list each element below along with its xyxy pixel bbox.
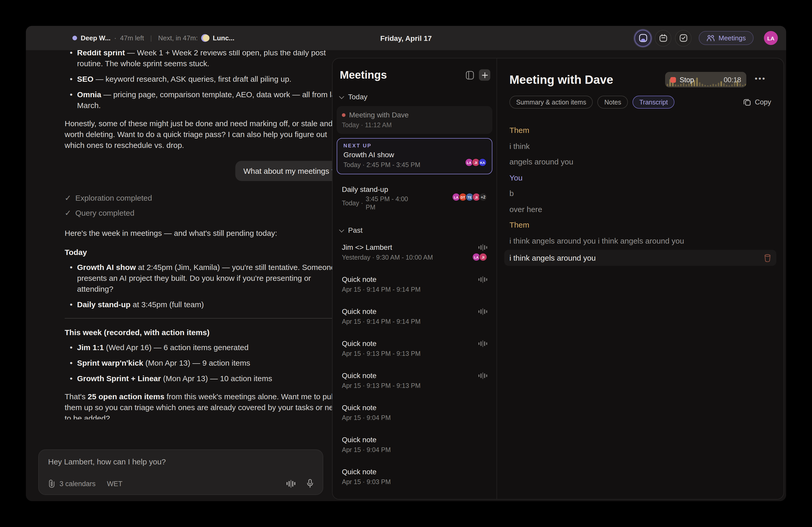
meetings-nav-label: Meetings xyxy=(719,34,746,42)
bullet-bold-text: Omnia xyxy=(77,90,101,99)
meeting-list-item[interactable]: Quick noteApr 15 · 9:14 PM - 9:14 PM xyxy=(337,272,492,297)
section-header-today[interactable]: Today xyxy=(340,92,489,101)
paragraph-pre: That's xyxy=(64,392,88,401)
meeting-item-title: Quick note xyxy=(342,307,487,316)
focus-label: Deep W... xyxy=(81,34,111,42)
app-window: Deep W... · 47m left | Next, in 47m: Lun… xyxy=(26,26,786,501)
recording-waveform-icon xyxy=(478,244,487,251)
mic-icon[interactable] xyxy=(307,479,314,488)
top-bar-actions: Meetings LA xyxy=(631,30,786,46)
user-avatar[interactable]: LA xyxy=(764,31,778,45)
meeting-list-item[interactable]: Quick noteApr 15 · 9:03 PM xyxy=(337,464,492,490)
meeting-list-item[interactable]: Daily stand-upToday ·3:45 PM - 4:00 PMLA… xyxy=(337,181,492,215)
transcript-active-text: i think angels around you xyxy=(509,253,596,262)
chat-bullet-text: Growth AI show at 2:45pm (Jim, Kamila) —… xyxy=(77,262,344,294)
recording-waveform-icon xyxy=(478,308,487,315)
status-label: Query completed xyxy=(75,207,134,218)
chat-bullet-item: •Jim 1:1 (Wed Apr 16) — 6 action items g… xyxy=(70,342,344,353)
meeting-list-item[interactable]: Quick noteApr 15 · 9:04 PM xyxy=(337,400,492,426)
checkbox-icon xyxy=(679,34,688,42)
trash-icon[interactable] xyxy=(764,254,771,262)
chat-input-card[interactable]: 3 calendars WET xyxy=(38,450,323,495)
tool-status-row[interactable]: ✓Query completed xyxy=(64,205,344,220)
divider: | xyxy=(150,34,152,42)
chat-bullet-text: Jim 1:1 (Wed Apr 16) — 6 action items ge… xyxy=(77,342,344,353)
meeting-list-item[interactable]: Meeting with DaveToday · 11:12 AM xyxy=(337,106,492,134)
copy-label: Copy xyxy=(755,98,771,106)
meeting-list-item[interactable]: NEXT UPGrowth AI showToday · 2:45 PM - 3… xyxy=(337,138,492,174)
transcript-active-line: i think angels around you xyxy=(504,250,776,266)
tab-summary-action-items[interactable]: Summary & action items xyxy=(509,96,593,108)
calendars-chip[interactable]: 3 calendars xyxy=(59,480,96,487)
meeting-item-title-text: Quick note xyxy=(342,371,377,380)
paragraph-bold: 25 open action items xyxy=(88,392,164,401)
meetings-list-panel: Meetings xyxy=(333,58,497,499)
chat-paragraph: Honestly, some of these might just be do… xyxy=(64,118,344,150)
chat-bullet-item: •SEO — keyword research, ASK queries, fi… xyxy=(70,73,344,84)
meeting-item-title: Quick note xyxy=(342,467,487,476)
meeting-item-title-text: Meeting with Dave xyxy=(349,111,409,119)
timezone-chip[interactable]: WET xyxy=(107,480,122,487)
avatar: JI xyxy=(479,253,487,261)
transcript-line: over here xyxy=(509,202,771,217)
transcript: Themi thinkangels around youYoubover her… xyxy=(509,122,771,266)
meeting-list-item[interactable]: Quick noteApr 15 · 9:03 PM xyxy=(337,496,492,499)
copy-button[interactable]: Copy xyxy=(743,98,771,106)
moon-icon xyxy=(201,34,209,42)
profile-button[interactable] xyxy=(635,30,651,46)
chat-bullet-item: •Sprint warp'n'kick (Mon Apr 13) — 9 act… xyxy=(70,357,344,368)
paperclip-icon[interactable] xyxy=(48,479,55,488)
meeting-list-item[interactable]: Quick noteApr 15 · 9:04 PM xyxy=(337,432,492,458)
meeting-item-subtitle: Apr 15 · 9:14 PM - 9:14 PM xyxy=(342,286,487,294)
meeting-item-title: Quick note xyxy=(342,275,487,284)
avatar: KA xyxy=(478,158,487,166)
user-message-bubble: What about my meetings ? xyxy=(235,161,344,181)
meeting-item-title: Daily stand-up xyxy=(342,185,487,194)
dictation-waveform-icon[interactable] xyxy=(287,480,295,487)
chat-bullet-item: •Daily stand-up at 3:45pm (full team) xyxy=(70,299,344,310)
transcript-speaker-them: Them xyxy=(509,122,771,138)
meetings-list-header: Meetings xyxy=(337,66,492,81)
focus-status[interactable]: Deep W... · 47m left | Next, in 47m: Lun… xyxy=(26,34,234,42)
tab-notes[interactable]: Notes xyxy=(598,96,628,108)
chat-heading: Today xyxy=(64,247,344,258)
avatar-stack: LAJI xyxy=(474,253,487,261)
new-meeting-button[interactable] xyxy=(479,69,490,81)
meeting-list-item[interactable]: Quick noteApr 15 · 9:13 PM - 9:13 PM xyxy=(337,336,492,362)
chat-bullet-text: SEO — keyword research, ASK queries, fir… xyxy=(77,73,344,84)
recording-dot-icon xyxy=(342,113,346,117)
stop-recording-button[interactable]: Stop 00:18 xyxy=(665,72,746,87)
meeting-item-title: Quick note xyxy=(342,403,487,412)
avatar-stack: LAJIKA xyxy=(466,158,487,166)
bullet-bold-text: Daily stand-up xyxy=(77,300,131,309)
section-header-past[interactable]: Past xyxy=(340,226,489,234)
more-options-button[interactable]: ••• xyxy=(755,76,766,81)
bullet-icon: • xyxy=(70,299,77,310)
meeting-item-subtitle: Today · 2:45 PM - 3:45 PM xyxy=(344,161,485,170)
bullet-icon: • xyxy=(70,89,77,111)
tool-status-row[interactable]: ✓Exploration completed xyxy=(64,190,344,205)
chat-history[interactable]: •Reddit sprint — Week 1 + Week 2 reviews… xyxy=(64,50,344,420)
meeting-item-subtitle: Apr 15 · 9:14 PM - 9:14 PM xyxy=(342,318,487,326)
tab-transcript[interactable]: Transcript xyxy=(633,96,675,108)
bullet-bold-text: Growth AI show xyxy=(77,263,136,272)
chevron-down-icon xyxy=(339,93,344,99)
meetings-nav-button[interactable]: Meetings xyxy=(699,31,754,45)
bullet-bold-text: Jim 1:1 xyxy=(77,343,104,352)
toggle-sidebar-button[interactable] xyxy=(464,69,475,81)
profile-squircle-icon xyxy=(639,34,648,42)
meeting-list-item[interactable]: Jim <> LambertYesterday · 9:30 AM - 10:0… xyxy=(337,239,492,265)
bullet-icon: • xyxy=(70,342,77,353)
calendar-button[interactable] xyxy=(655,30,671,46)
meeting-item-title-text: Quick note xyxy=(342,436,377,444)
bullet-rest-text: — keyword research, ASK queries, first d… xyxy=(93,74,291,83)
meeting-item-subtitle: Apr 15 · 9:13 PM - 9:13 PM xyxy=(342,350,487,358)
meeting-list-item[interactable]: Quick noteApr 15 · 9:14 PM - 9:14 PM xyxy=(337,304,492,330)
tasks-button[interactable] xyxy=(675,30,692,46)
meeting-item-title: Quick note xyxy=(342,339,487,348)
chat-input-field[interactable] xyxy=(48,457,314,466)
chat-messages: •Reddit sprint — Week 1 + Week 2 reviews… xyxy=(64,50,344,420)
meeting-list-item[interactable]: Quick noteApr 15 · 9:13 PM - 9:13 PM xyxy=(337,368,492,394)
meeting-item-subtitle: Apr 15 · 9:13 PM - 9:13 PM xyxy=(342,382,487,391)
meeting-item-title-text: Daily stand-up xyxy=(342,185,388,193)
